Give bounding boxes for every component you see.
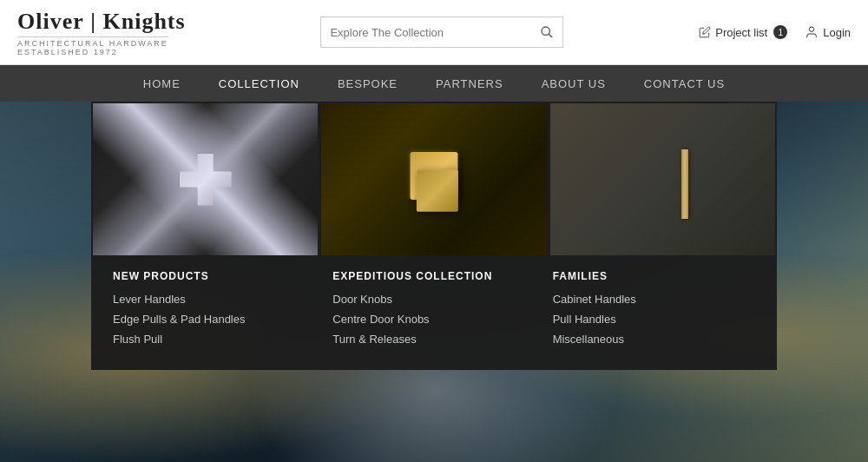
search-area [320,16,563,48]
search-icon [540,25,554,39]
link-door-knobs[interactable]: Door Knobs [332,293,535,306]
expeditious-image [321,103,546,255]
link-cabinet-handles[interactable]: Cabinet Handles [553,293,755,306]
new-products-title: NEW PRODUCTS [113,270,315,282]
link-lever-handles[interactable]: Lever Handles [113,293,315,306]
families-title: FAMILIES [553,270,755,282]
menu-column-expeditious: EXPEDITIOUS COLLECTION Door Knobs Centre… [324,270,543,353]
logo-title: Oliver | Knights [17,9,186,35]
nav-item-about-us[interactable]: ABOUT US [523,65,625,102]
search-wrapper [320,16,563,48]
link-edge-pulls[interactable]: Edge Pulls & Pad Handles [113,313,315,326]
nav-item-partners[interactable]: PARTNERS [417,65,523,102]
nav-item-bespoke[interactable]: BESPOKE [319,65,417,102]
hero-content: NEW PRODUCTS Lever Handles Edge Pulls & … [0,102,868,462]
project-list-button[interactable]: Project list 1 [699,25,787,39]
link-pull-handles[interactable]: Pull Handles [553,313,755,326]
new-products-image-block[interactable] [93,103,318,255]
mega-menu-links: NEW PRODUCTS Lever Handles Edge Pulls & … [91,257,777,370]
project-count-badge: 1 [773,25,787,39]
login-button[interactable]: Login [805,25,851,39]
svg-point-2 [810,27,814,31]
link-turn-releases[interactable]: Turn & Releases [332,333,535,346]
menu-column-families: FAMILIES Cabinet Handles Pull Handles Mi… [544,270,764,353]
search-input[interactable] [321,17,531,47]
search-button[interactable] [531,17,562,47]
link-flush-pull[interactable]: Flush Pull [113,333,315,346]
header: Oliver | Knights Architectural Hardware … [0,0,868,65]
header-actions: Project list 1 Login [699,25,851,39]
navbar: HOME COLLECTION BESPOKE PARTNERS ABOUT U… [0,65,868,102]
expeditious-title: EXPEDITIOUS COLLECTION [332,270,535,282]
nav-item-collection[interactable]: COLLECTION [200,65,319,102]
new-products-image [93,103,318,255]
families-image [550,103,775,255]
menu-column-new-products: NEW PRODUCTS Lever Handles Edge Pulls & … [104,270,324,353]
logo: Oliver | Knights Architectural Hardware … [17,9,186,56]
logo-subtitle: Architectural Hardware Established 1972 [17,36,168,56]
svg-line-1 [549,34,552,37]
person-icon [805,25,819,39]
pencil-icon [699,26,711,38]
mega-menu: NEW PRODUCTS Lever Handles Edge Pulls & … [91,102,777,370]
svg-point-0 [542,27,549,35]
nav-item-home[interactable]: HOME [124,65,200,102]
link-miscellaneous[interactable]: Miscellaneous [553,333,755,346]
link-centre-door-knobs[interactable]: Centre Door Knobs [332,313,535,326]
nav-item-contact-us[interactable]: CONTACT US [625,65,744,102]
families-image-block[interactable] [550,103,775,255]
expeditious-image-block[interactable] [321,103,546,255]
mega-menu-images [91,102,777,257]
